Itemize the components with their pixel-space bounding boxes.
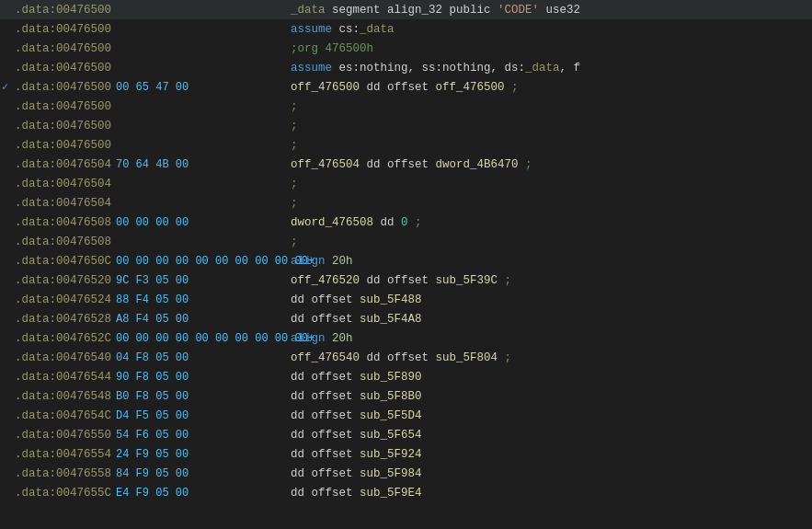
table-row[interactable]: .data:0047650470 64 4B 00off_476504 dd o… xyxy=(0,155,812,174)
instruction: dd offset sub_5F890 xyxy=(291,371,812,384)
table-row[interactable]: .data:00476500_data segment align_32 pub… xyxy=(0,0,812,19)
address: .data:00476504 xyxy=(15,178,116,190)
instruction: ; xyxy=(291,178,812,190)
table-row[interactable]: .data:00476500assume cs:_data xyxy=(0,19,812,39)
instruction: off_476500 dd offset off_476500 ; xyxy=(291,81,812,94)
op-token: dd offset xyxy=(291,448,360,461)
label-token: off_476540 xyxy=(291,351,360,364)
kw-token: align xyxy=(291,255,326,268)
address: .data:00476558 xyxy=(15,467,116,480)
address: .data:00476500 xyxy=(15,100,116,113)
comment-token: ; xyxy=(291,178,298,190)
table-row[interactable]: .data:00476504 ; xyxy=(0,193,812,213)
instruction: ; xyxy=(291,120,812,132)
byte-values: 00 00 00 00 xyxy=(116,216,235,229)
instruction: ; xyxy=(291,236,812,248)
op-token: dd offset xyxy=(360,158,436,171)
table-row[interactable]: .data:0047654490 F8 05 00 dd offset sub_… xyxy=(0,367,812,386)
table-row[interactable]: .data:00476500;org 476500h xyxy=(0,39,812,58)
comment-token: ; xyxy=(291,139,298,152)
op-token: dd offset xyxy=(291,390,360,403)
address: .data:00476540 xyxy=(15,351,116,364)
address: .data:0047650C xyxy=(15,255,116,268)
table-row[interactable]: .data:00476508 ; xyxy=(0,232,812,251)
table-row[interactable]: .data:00476548B0 F8 05 00 dd offset sub_… xyxy=(0,386,812,406)
address: .data:00476548 xyxy=(15,390,116,403)
comment-token: ; xyxy=(291,197,298,210)
comment-token: ; xyxy=(291,100,298,113)
byte-values: 00 00 00 00 00 00 00 00 00 00+ xyxy=(116,255,235,268)
address: .data:00476500 xyxy=(15,139,116,152)
label-token: sub_5F654 xyxy=(360,429,422,442)
op-token: , f xyxy=(560,62,581,75)
table-row[interactable]: ✓.data:0047650000 65 47 00off_476500 dd … xyxy=(0,77,812,97)
table-row[interactable]: .data:0047654004 F8 05 00off_476540 dd o… xyxy=(0,348,812,367)
label-token: sub_5F984 xyxy=(360,467,422,480)
table-row[interactable]: .data:00476500 ; xyxy=(0,116,812,135)
kw-token: align xyxy=(291,332,326,345)
disassembly-view: .data:00476500_data segment align_32 pub… xyxy=(0,0,812,529)
table-row[interactable]: .data:00476500 ; xyxy=(0,135,812,155)
op-token: dd offset xyxy=(291,487,360,500)
table-row[interactable]: .data:00476504 ; xyxy=(0,174,812,193)
comment-token: ;org 476500h xyxy=(291,42,373,55)
label-token: off_476504 xyxy=(291,158,360,171)
label-token: off_476520 xyxy=(291,274,360,287)
table-row[interactable]: .data:0047655054 F6 05 00 dd offset sub_… xyxy=(0,425,812,444)
kw-token: assume xyxy=(291,23,332,36)
op-token: dd offset xyxy=(360,81,436,94)
instruction: dd offset sub_5F8B0 xyxy=(291,390,812,403)
op-token: dd offset xyxy=(291,467,360,480)
instruction: dd offset sub_5F488 xyxy=(291,293,812,306)
table-row[interactable]: .data:0047655424 F9 05 00 dd offset sub_… xyxy=(0,444,812,464)
label-token: dword_4B6470 xyxy=(436,158,519,171)
table-row[interactable]: .data:0047655884 F9 05 00 dd offset sub_… xyxy=(0,464,812,483)
table-row[interactable]: .data:00476500assume es:nothing, ss:noth… xyxy=(0,58,812,77)
op-token: es:nothing, ss:nothing, ds: xyxy=(332,62,525,75)
address: .data:0047655C xyxy=(15,487,116,500)
address: .data:00476504 xyxy=(15,197,116,210)
address: .data:00476528 xyxy=(15,313,116,326)
address: .data:0047654C xyxy=(15,409,116,422)
label-token: sub_5F39C xyxy=(436,274,498,287)
table-row[interactable]: .data:0047654CD4 F5 05 00 dd offset sub_… xyxy=(0,406,812,425)
address: .data:00476550 xyxy=(15,429,116,442)
address: .data:00476500 xyxy=(15,62,116,75)
label-token: sub_5F9E4 xyxy=(360,487,422,500)
byte-values: A8 F4 05 00 xyxy=(116,313,235,326)
address: .data:00476500 xyxy=(15,42,116,55)
table-row[interactable]: .data:0047650C00 00 00 00 00 00 00 00 00… xyxy=(0,251,812,270)
instruction: dd offset sub_5F9E4 xyxy=(291,487,812,500)
address: .data:00476524 xyxy=(15,293,116,306)
instruction: assume cs:_data xyxy=(291,23,812,36)
address: .data:00476508 xyxy=(15,236,116,248)
op-token xyxy=(326,255,333,268)
op-token: cs: xyxy=(332,23,360,36)
comment-token: ; xyxy=(497,351,511,364)
instruction: _data segment align_32 public 'CODE' use… xyxy=(291,4,812,17)
table-row[interactable]: .data:0047652488 F4 05 00 dd offset sub_… xyxy=(0,290,812,309)
table-row[interactable]: .data:004765209C F3 05 00off_476520 dd o… xyxy=(0,270,812,290)
instruction: off_476520 dd offset sub_5F39C ; xyxy=(291,274,812,287)
num-token: 20h xyxy=(332,255,353,268)
table-row[interactable]: .data:0047650800 00 00 00dword_476508 dd… xyxy=(0,213,812,232)
address: .data:00476504 xyxy=(15,158,116,171)
instruction: ; xyxy=(291,139,812,152)
instruction: ; xyxy=(291,100,812,113)
green-num-token: 0 xyxy=(401,216,408,229)
op-token: dd offset xyxy=(291,409,360,422)
table-row[interactable]: .data:0047652C00 00 00 00 00 00 00 00 00… xyxy=(0,328,812,348)
instruction: dd offset sub_5F924 xyxy=(291,448,812,461)
op-token: dd offset xyxy=(360,274,436,287)
comment-token: ; xyxy=(519,158,532,171)
op-token: dd offset xyxy=(360,351,436,364)
op-token: use32 xyxy=(539,4,580,17)
table-row[interactable]: .data:0047655CE4 F9 05 00 dd offset sub_… xyxy=(0,483,812,502)
num-token: 20h xyxy=(332,332,353,345)
byte-values: 90 F8 05 00 xyxy=(116,371,235,384)
op-token: dd xyxy=(373,216,401,229)
label-token: sub_5F8B0 xyxy=(360,390,422,403)
table-row[interactable]: .data:00476500 ; xyxy=(0,97,812,116)
label-token: sub_5F5D4 xyxy=(360,409,422,422)
table-row[interactable]: .data:00476528A8 F4 05 00 dd offset sub_… xyxy=(0,309,812,328)
